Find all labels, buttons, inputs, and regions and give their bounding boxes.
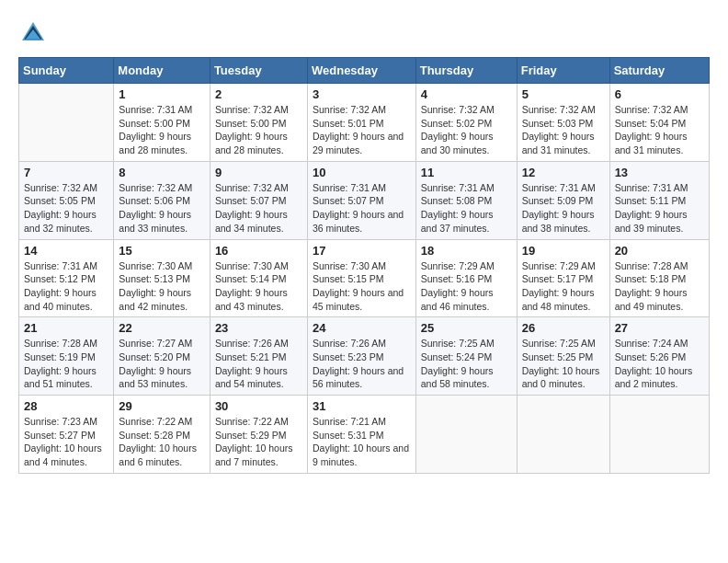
calendar-cell: 27Sunrise: 7:24 AMSunset: 5:26 PMDayligh… [609,317,709,396]
calendar-cell: 15Sunrise: 7:30 AMSunset: 5:13 PMDayligh… [114,239,210,317]
day-number: 22 [119,321,205,335]
calendar-cell: 1Sunrise: 7:31 AMSunset: 5:00 PMDaylight… [114,84,210,162]
day-info: Sunrise: 7:32 AMSunset: 5:04 PMDaylight:… [615,103,704,157]
calendar-cell [415,396,517,474]
day-info: Sunrise: 7:27 AMSunset: 5:20 PMDaylight:… [119,337,205,391]
day-info: Sunrise: 7:25 AMSunset: 5:25 PMDaylight:… [522,337,605,391]
day-info: Sunrise: 7:29 AMSunset: 5:16 PMDaylight:… [421,259,512,314]
calendar-cell: 28Sunrise: 7:23 AMSunset: 5:27 PMDayligh… [19,396,114,474]
calendar-cell: 29Sunrise: 7:22 AMSunset: 5:28 PMDayligh… [114,396,210,474]
day-number: 3 [313,87,411,101]
calendar-cell: 22Sunrise: 7:27 AMSunset: 5:20 PMDayligh… [114,317,210,396]
weekday-header: Thursday [415,58,517,84]
logo [18,18,51,48]
calendar-cell: 25Sunrise: 7:25 AMSunset: 5:24 PMDayligh… [415,317,517,396]
calendar-cell [19,84,114,162]
day-info: Sunrise: 7:23 AMSunset: 5:27 PMDaylight:… [24,415,108,469]
day-number: 25 [421,321,512,335]
page-header [18,18,710,48]
weekday-header: Saturday [609,58,709,84]
day-info: Sunrise: 7:26 AMSunset: 5:21 PMDaylight:… [215,337,302,391]
day-number: 4 [421,87,512,101]
day-number: 1 [119,87,205,101]
calendar-table: SundayMondayTuesdayWednesdayThursdayFrid… [18,57,710,474]
calendar-cell: 10Sunrise: 7:31 AMSunset: 5:07 PMDayligh… [307,161,415,239]
day-number: 11 [421,166,512,179]
calendar-cell: 7Sunrise: 7:32 AMSunset: 5:05 PMDaylight… [19,161,114,239]
day-number: 17 [313,244,411,258]
weekday-header: Friday [517,58,609,84]
day-number: 10 [313,166,411,179]
day-info: Sunrise: 7:30 AMSunset: 5:14 PMDaylight:… [215,259,302,314]
calendar-cell: 30Sunrise: 7:22 AMSunset: 5:29 PMDayligh… [210,396,307,474]
day-info: Sunrise: 7:32 AMSunset: 5:06 PMDaylight:… [119,181,205,236]
calendar-cell: 6Sunrise: 7:32 AMSunset: 5:04 PMDaylight… [609,84,709,162]
calendar-cell [609,396,709,474]
day-number: 23 [215,321,302,335]
day-number: 6 [615,87,704,101]
calendar-cell: 23Sunrise: 7:26 AMSunset: 5:21 PMDayligh… [210,317,307,396]
calendar-cell: 8Sunrise: 7:32 AMSunset: 5:06 PMDaylight… [114,161,210,239]
calendar-cell: 31Sunrise: 7:21 AMSunset: 5:31 PMDayligh… [307,396,415,474]
day-info: Sunrise: 7:32 AMSunset: 5:00 PMDaylight:… [215,103,302,157]
calendar-cell: 20Sunrise: 7:28 AMSunset: 5:18 PMDayligh… [609,239,709,317]
day-number: 7 [24,166,108,179]
weekday-header: Sunday [19,58,114,84]
day-number: 14 [24,244,108,258]
day-info: Sunrise: 7:30 AMSunset: 5:13 PMDaylight:… [119,259,205,314]
day-number: 21 [24,321,108,335]
calendar-cell: 17Sunrise: 7:30 AMSunset: 5:15 PMDayligh… [307,239,415,317]
calendar-week-row: 14Sunrise: 7:31 AMSunset: 5:12 PMDayligh… [19,239,710,317]
day-number: 31 [313,399,411,413]
day-info: Sunrise: 7:31 AMSunset: 5:11 PMDaylight:… [615,181,704,236]
calendar-cell: 19Sunrise: 7:29 AMSunset: 5:17 PMDayligh… [517,239,609,317]
day-number: 15 [119,244,205,258]
day-info: Sunrise: 7:32 AMSunset: 5:05 PMDaylight:… [24,181,108,236]
day-info: Sunrise: 7:24 AMSunset: 5:26 PMDaylight:… [615,337,704,391]
day-number: 28 [24,399,108,413]
day-number: 29 [119,399,205,413]
day-info: Sunrise: 7:28 AMSunset: 5:19 PMDaylight:… [24,337,108,391]
day-number: 16 [215,244,302,258]
day-info: Sunrise: 7:29 AMSunset: 5:17 PMDaylight:… [522,259,605,314]
day-number: 9 [215,166,302,179]
calendar-cell: 4Sunrise: 7:32 AMSunset: 5:02 PMDaylight… [415,84,517,162]
day-number: 13 [615,166,704,179]
day-number: 27 [615,321,704,335]
weekday-header-row: SundayMondayTuesdayWednesdayThursdayFrid… [19,58,710,84]
calendar-week-row: 7Sunrise: 7:32 AMSunset: 5:05 PMDaylight… [19,161,710,239]
day-info: Sunrise: 7:31 AMSunset: 5:07 PMDaylight:… [313,181,411,236]
calendar-cell: 13Sunrise: 7:31 AMSunset: 5:11 PMDayligh… [609,161,709,239]
day-info: Sunrise: 7:25 AMSunset: 5:24 PMDaylight:… [421,337,512,391]
calendar-cell: 18Sunrise: 7:29 AMSunset: 5:16 PMDayligh… [415,239,517,317]
calendar-week-row: 1Sunrise: 7:31 AMSunset: 5:00 PMDaylight… [19,84,710,162]
calendar-cell: 16Sunrise: 7:30 AMSunset: 5:14 PMDayligh… [210,239,307,317]
calendar-cell: 21Sunrise: 7:28 AMSunset: 5:19 PMDayligh… [19,317,114,396]
day-info: Sunrise: 7:31 AMSunset: 5:12 PMDaylight:… [24,259,108,314]
calendar-week-row: 28Sunrise: 7:23 AMSunset: 5:27 PMDayligh… [19,396,710,474]
calendar-cell [517,396,609,474]
day-info: Sunrise: 7:32 AMSunset: 5:03 PMDaylight:… [522,103,605,157]
calendar-cell: 3Sunrise: 7:32 AMSunset: 5:01 PMDaylight… [307,84,415,162]
day-number: 12 [522,166,605,179]
day-number: 5 [522,87,605,101]
calendar-cell: 12Sunrise: 7:31 AMSunset: 5:09 PMDayligh… [517,161,609,239]
weekday-header: Wednesday [307,58,415,84]
day-info: Sunrise: 7:32 AMSunset: 5:01 PMDaylight:… [313,103,411,157]
logo-icon [18,18,48,48]
day-info: Sunrise: 7:22 AMSunset: 5:28 PMDaylight:… [119,415,205,469]
day-info: Sunrise: 7:22 AMSunset: 5:29 PMDaylight:… [215,415,302,469]
day-number: 2 [215,87,302,101]
calendar-cell: 14Sunrise: 7:31 AMSunset: 5:12 PMDayligh… [19,239,114,317]
calendar-cell: 11Sunrise: 7:31 AMSunset: 5:08 PMDayligh… [415,161,517,239]
day-info: Sunrise: 7:30 AMSunset: 5:15 PMDaylight:… [313,259,411,314]
day-info: Sunrise: 7:28 AMSunset: 5:18 PMDaylight:… [615,259,704,314]
calendar-cell: 2Sunrise: 7:32 AMSunset: 5:00 PMDaylight… [210,84,307,162]
day-info: Sunrise: 7:31 AMSunset: 5:08 PMDaylight:… [421,181,512,236]
calendar-cell: 5Sunrise: 7:32 AMSunset: 5:03 PMDaylight… [517,84,609,162]
calendar-cell: 24Sunrise: 7:26 AMSunset: 5:23 PMDayligh… [307,317,415,396]
weekday-header: Monday [114,58,210,84]
day-info: Sunrise: 7:32 AMSunset: 5:07 PMDaylight:… [215,181,302,236]
day-number: 24 [313,321,411,335]
calendar-week-row: 21Sunrise: 7:28 AMSunset: 5:19 PMDayligh… [19,317,710,396]
